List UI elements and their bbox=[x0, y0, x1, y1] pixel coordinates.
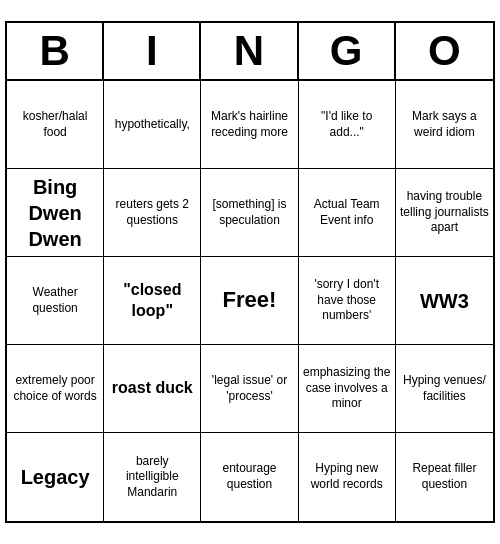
bingo-cell-1: hypothetically, bbox=[104, 81, 201, 169]
bingo-letter-g: G bbox=[299, 23, 396, 79]
bingo-cell-10: Weather question bbox=[7, 257, 104, 345]
bingo-letter-o: O bbox=[396, 23, 493, 79]
bingo-cell-17: 'legal issue' or 'process' bbox=[201, 345, 298, 433]
bingo-cell-9: having trouble telling journalists apart bbox=[396, 169, 493, 257]
bingo-cell-5: Bing Dwen Dwen bbox=[7, 169, 104, 257]
bingo-card: BINGO kosher/halal foodhypothetically,Ma… bbox=[5, 21, 495, 523]
bingo-cell-6: reuters gets 2 questions bbox=[104, 169, 201, 257]
bingo-cell-12: Free! bbox=[201, 257, 298, 345]
bingo-cell-11: "closed loop" bbox=[104, 257, 201, 345]
bingo-cell-21: barely intelligible Mandarin bbox=[104, 433, 201, 521]
bingo-cell-2: Mark's hairline receding more bbox=[201, 81, 298, 169]
bingo-cell-19: Hyping venues/ facilities bbox=[396, 345, 493, 433]
bingo-cell-18: emphasizing the case involves a minor bbox=[299, 345, 396, 433]
bingo-letter-i: I bbox=[104, 23, 201, 79]
bingo-cell-4: Mark says a weird idiom bbox=[396, 81, 493, 169]
bingo-cell-7: [something] is speculation bbox=[201, 169, 298, 257]
bingo-cell-3: "I'd like to add..." bbox=[299, 81, 396, 169]
bingo-cell-13: 'sorry I don't have those numbers' bbox=[299, 257, 396, 345]
bingo-letter-n: N bbox=[201, 23, 298, 79]
bingo-cell-15: extremely poor choice of words bbox=[7, 345, 104, 433]
bingo-letter-b: B bbox=[7, 23, 104, 79]
bingo-cell-0: kosher/halal food bbox=[7, 81, 104, 169]
bingo-cell-14: WW3 bbox=[396, 257, 493, 345]
bingo-cell-23: Hyping new world records bbox=[299, 433, 396, 521]
bingo-grid: kosher/halal foodhypothetically,Mark's h… bbox=[7, 81, 493, 521]
bingo-cell-8: Actual Team Event info bbox=[299, 169, 396, 257]
bingo-header: BINGO bbox=[7, 23, 493, 81]
bingo-cell-22: entourage question bbox=[201, 433, 298, 521]
bingo-cell-16: roast duck bbox=[104, 345, 201, 433]
bingo-cell-20: Legacy bbox=[7, 433, 104, 521]
bingo-cell-24: Repeat filler question bbox=[396, 433, 493, 521]
